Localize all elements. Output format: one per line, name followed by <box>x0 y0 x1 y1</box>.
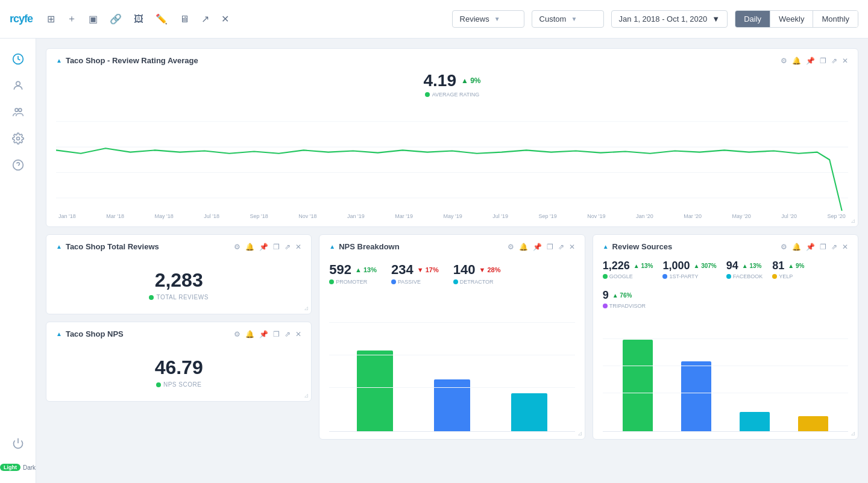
yelp-metric: 81 ▲ 9% YELP <box>772 260 804 279</box>
up-arrow-icon: ▲ <box>56 57 62 64</box>
settings-action-icon[interactable]: ⚙ <box>508 243 514 251</box>
bell-action-icon[interactable]: 🔔 <box>245 243 254 251</box>
sidebar-item-help[interactable] <box>7 154 29 176</box>
close-icon[interactable]: ✕ <box>219 11 231 27</box>
date-range-button[interactable]: Jan 1, 2018 - Oct 1, 2020 ▼ <box>611 10 728 28</box>
copy-action-icon[interactable]: ❐ <box>273 243 280 251</box>
expand-action-icon[interactable]: ⇗ <box>285 243 291 251</box>
widget-title: ▲ Taco Shop - Review Rating Average <box>56 56 198 65</box>
resize-handle[interactable]: ⊿ <box>304 305 309 311</box>
sidebar: Light Dark <box>0 39 36 483</box>
theme-toggle[interactable]: Light Dark <box>0 464 36 471</box>
expand-action-icon[interactable]: ⇗ <box>831 243 837 251</box>
pin-action-icon[interactable]: 📌 <box>533 243 542 251</box>
dot-icon <box>156 382 161 387</box>
nps-value: 46.79 <box>155 357 203 379</box>
range-dropdown[interactable]: Custom ▼ <box>532 10 604 28</box>
main-layout: Light Dark ▲ Taco Shop - Review Rating A… <box>0 39 868 483</box>
detractor-metric: 140 ▼ 28% DETRACTOR <box>453 262 501 285</box>
expand-action-icon[interactable]: ⇗ <box>285 330 291 338</box>
sources-bar-chart <box>603 311 848 432</box>
sidebar-item-settings[interactable] <box>7 128 29 149</box>
image-icon[interactable]: 🖼 <box>131 11 146 27</box>
link-icon[interactable]: 🔗 <box>107 11 124 27</box>
bell-action-icon[interactable]: 🔔 <box>792 57 801 65</box>
chevron-down-icon: ▼ <box>571 16 577 22</box>
share-icon[interactable]: ↗ <box>199 11 212 27</box>
settings-action-icon[interactable]: ⚙ <box>781 243 787 251</box>
promoter-metric: 592 ▲ 13% PROMOTER <box>329 262 377 285</box>
dot-icon <box>772 274 777 279</box>
chart-x-labels: Jan '18Mar '18May '18Jul '18 Sep '18Nov … <box>56 213 848 219</box>
review-sources-widget: ▲ Review Sources ⚙ 🔔 📌 ❐ ⇗ ✕ <box>593 234 858 440</box>
resize-handle[interactable]: ⊿ <box>304 392 309 399</box>
resize-handle[interactable]: ⊿ <box>851 430 855 437</box>
nps-bar-chart <box>329 290 574 432</box>
up-arrow-icon: ▲ <box>603 243 609 250</box>
settings-action-icon[interactable]: ⚙ <box>234 243 241 251</box>
up-arrow-icon: ▲ <box>56 331 62 337</box>
left-column: ▲ Taco Shop Total Reviews ⚙ 🔔 📌 ❐ ⇗ ✕ <box>46 234 312 440</box>
svg-point-4 <box>16 137 19 140</box>
pin-action-icon[interactable]: 📌 <box>259 243 268 251</box>
dot-icon <box>726 274 731 279</box>
daily-button[interactable]: Daily <box>735 11 770 27</box>
resize-handle[interactable]: ⊿ <box>577 430 582 437</box>
google-metric: 1,226 ▲ 13% GOOGLE <box>603 260 653 279</box>
close-action-icon[interactable]: ✕ <box>295 330 301 338</box>
settings-action-icon[interactable]: ⚙ <box>781 57 787 65</box>
up-arrow-icon: ▲ <box>329 243 335 250</box>
close-action-icon[interactable]: ✕ <box>295 243 301 251</box>
tripadvisor-metric: 9 ▲ 76% TRIPADVISOR <box>603 289 646 309</box>
settings-action-icon[interactable]: ⚙ <box>234 330 241 338</box>
layout-icon[interactable]: ▣ <box>86 11 100 27</box>
rating-value: 4.19 <box>423 71 456 90</box>
svg-point-3 <box>18 108 21 111</box>
weekly-button[interactable]: Weekly <box>770 11 813 27</box>
expand-action-icon[interactable]: ⇗ <box>558 243 564 251</box>
dot-icon <box>425 92 430 97</box>
close-action-icon[interactable]: ✕ <box>842 243 848 251</box>
bell-action-icon[interactable]: 🔔 <box>792 243 801 251</box>
dot-icon <box>603 274 608 279</box>
bell-action-icon[interactable]: 🔔 <box>245 330 254 338</box>
nps-widget: ▲ Taco Shop NPS ⚙ 🔔 📌 ❐ ⇗ ✕ <box>46 322 312 402</box>
monitor-icon[interactable]: 🖥 <box>177 11 192 27</box>
sidebar-item-dashboard[interactable] <box>7 48 29 70</box>
line-chart-area <box>56 102 848 211</box>
rating-label: AVERAGE RATING <box>432 92 480 98</box>
expand-action-icon[interactable]: ⇗ <box>831 57 837 65</box>
grid-icon[interactable]: ⊞ <box>45 11 57 27</box>
bell-action-icon[interactable]: 🔔 <box>519 243 528 251</box>
light-theme-badge: Light <box>0 464 20 471</box>
pin-action-icon[interactable]: 📌 <box>806 57 815 65</box>
pin-action-icon[interactable]: 📌 <box>806 243 815 251</box>
source-dropdown[interactable]: Reviews ▼ <box>452 10 524 28</box>
copy-action-icon[interactable]: ❐ <box>547 243 553 251</box>
resize-handle[interactable]: ⊿ <box>851 217 855 224</box>
dot-icon <box>453 279 458 284</box>
nps-label: NPS SCORE <box>163 381 201 388</box>
plus-icon[interactable]: ＋ <box>64 10 79 28</box>
copy-action-icon[interactable]: ❐ <box>820 243 826 251</box>
close-action-icon[interactable]: ✕ <box>569 243 575 251</box>
close-action-icon[interactable]: ✕ <box>842 57 848 65</box>
up-arrow-icon: ▲ <box>56 243 62 250</box>
copy-action-icon[interactable]: ❐ <box>820 57 826 65</box>
dot-icon <box>603 304 608 308</box>
passive-metric: 234 ▼ 17% PASSIVE <box>391 262 439 285</box>
bottom-row: ▲ Taco Shop Total Reviews ⚙ 🔔 📌 ❐ ⇗ ✕ <box>46 234 858 440</box>
edit-icon[interactable]: ✏️ <box>153 11 170 27</box>
total-reviews-label: TOTAL REVIEWS <box>156 294 208 301</box>
widget-header: ▲ Taco Shop - Review Rating Average ⚙ 🔔 … <box>56 56 848 65</box>
dot-icon <box>662 274 667 279</box>
monthly-button[interactable]: Monthly <box>813 11 858 27</box>
sidebar-item-person[interactable] <box>7 75 29 96</box>
pin-action-icon[interactable]: 📌 <box>259 330 268 338</box>
svg-point-1 <box>16 81 20 86</box>
sources-metrics-row: 1,226 ▲ 13% GOOGLE 1,000 ▲ 307% <box>603 257 848 311</box>
chevron-down-icon: ▼ <box>712 14 720 23</box>
sidebar-item-power[interactable] <box>7 432 29 454</box>
copy-action-icon[interactable]: ❐ <box>273 330 280 338</box>
sidebar-item-group[interactable] <box>7 101 29 123</box>
